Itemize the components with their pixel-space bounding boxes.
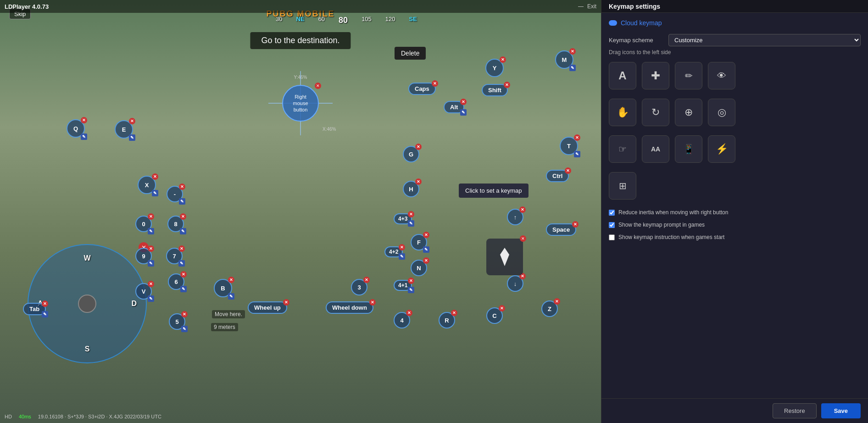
- key-3-remove[interactable]: ✕: [363, 277, 370, 283]
- key-7-edit[interactable]: ✎: [178, 260, 185, 267]
- key-x-remove[interactable]: ✕: [152, 173, 158, 180]
- key-x-edit[interactable]: ✎: [152, 190, 158, 196]
- key-b-remove[interactable]: ✕: [228, 277, 234, 283]
- key-r-remove[interactable]: ✕: [451, 310, 457, 316]
- key-4[interactable]: 4 ✕: [394, 312, 410, 328]
- key-c[interactable]: C ✕: [486, 307, 503, 324]
- key-c-remove[interactable]: ✕: [499, 305, 505, 312]
- key-minus-edit[interactable]: ✎: [179, 198, 185, 205]
- key-v[interactable]: V ✕ ✎: [135, 283, 152, 300]
- key-5-remove[interactable]: ✕: [181, 311, 188, 317]
- rotate-icon-cell[interactable]: ↻: [642, 99, 669, 126]
- key-shift-remove[interactable]: ✕: [504, 82, 510, 88]
- right-mouse-button-control[interactable]: Y:46% Rightmousebutton ✕ X:46%: [282, 85, 319, 122]
- key-t-edit[interactable]: ✎: [574, 151, 580, 157]
- key-0[interactable]: 0 ✕ ✎: [135, 216, 152, 232]
- key-wheel-down[interactable]: Wheel down ✕: [326, 301, 373, 314]
- key-9-edit[interactable]: ✎: [148, 260, 154, 267]
- key-6-remove[interactable]: ✕: [180, 271, 187, 278]
- key-q-edit[interactable]: ✎: [81, 134, 87, 140]
- screen-icon-cell[interactable]: ⊞: [609, 172, 636, 200]
- key-wheel-up[interactable]: Wheel up ✕: [248, 301, 287, 314]
- cloud-keymap-button[interactable]: Cloud keymap: [609, 19, 662, 27]
- pencil-icon-cell[interactable]: ✏: [675, 62, 702, 89]
- key-6[interactable]: 6 ✕ ✎: [168, 273, 184, 290]
- key-8[interactable]: 8 ✕ ✎: [167, 216, 184, 232]
- key-0-edit[interactable]: ✎: [148, 228, 154, 234]
- key-t[interactable]: T ✕ ✎: [560, 137, 578, 155]
- aa-icon-cell[interactable]: AA: [642, 135, 669, 163]
- key-n-remove[interactable]: ✕: [423, 257, 429, 264]
- key-wheel-up-remove[interactable]: ✕: [283, 299, 289, 306]
- key-4plus2[interactable]: 4+2 ✕ ✎: [384, 246, 403, 257]
- key-ctrl[interactable]: Ctrl ✕: [546, 170, 569, 182]
- key-alt-edit[interactable]: ✎: [460, 109, 467, 116]
- key-e[interactable]: E ✕ ✎: [115, 120, 133, 139]
- key-9-remove[interactable]: ✕: [148, 245, 154, 252]
- key-e-remove[interactable]: ✕: [129, 118, 135, 124]
- key-z-remove[interactable]: ✕: [554, 298, 560, 305]
- restore-button[interactable]: Restore: [773, 403, 817, 418]
- plus-icon-cell[interactable]: ✚: [642, 62, 669, 89]
- scope-remove[interactable]: ✕: [520, 235, 526, 242]
- key-tab-edit[interactable]: ✎: [42, 311, 48, 317]
- key-q-remove[interactable]: ✕: [81, 117, 87, 123]
- bolt-icon-cell[interactable]: ⚡: [708, 135, 735, 163]
- key-4-remove[interactable]: ✕: [406, 310, 412, 316]
- key-4plus1[interactable]: 4+1 ✕ ✎: [394, 280, 412, 291]
- key-v-edit[interactable]: ✎: [148, 295, 154, 302]
- key-alt[interactable]: Alt ✕ ✎: [444, 101, 464, 113]
- key-0-remove[interactable]: ✕: [148, 213, 154, 220]
- key-6-edit[interactable]: ✎: [180, 286, 187, 292]
- save-button[interactable]: Save: [821, 403, 861, 418]
- key-space[interactable]: Space ✕: [546, 223, 576, 236]
- key-4plus3[interactable]: 4+3 ✕ ✎: [394, 213, 412, 224]
- key-9[interactable]: 9 ✕ ✎: [135, 248, 152, 264]
- grab-icon-cell[interactable]: ☞: [609, 135, 636, 163]
- key-4plus2-edit[interactable]: ✎: [399, 253, 405, 260]
- key-b-edit[interactable]: ✎: [228, 293, 234, 300]
- show-keymap-instruction-checkbox[interactable]: [609, 234, 615, 240]
- key-5[interactable]: 5 ✕ ✎: [169, 313, 185, 330]
- key-v-remove[interactable]: ✕: [148, 281, 154, 287]
- reduce-inertia-checkbox[interactable]: [609, 210, 615, 216]
- key-7-remove[interactable]: ✕: [178, 245, 185, 252]
- key-down-arrow[interactable]: ↓ ✕: [507, 275, 523, 292]
- eye-icon-cell[interactable]: 👁: [708, 62, 735, 89]
- key-f-remove[interactable]: ✕: [423, 232, 429, 238]
- key-m-remove[interactable]: ✕: [569, 48, 576, 55]
- key-up-arrow[interactable]: ↑ ✕: [507, 209, 523, 225]
- key-m-edit[interactable]: ✎: [569, 65, 576, 71]
- key-h[interactable]: H ✕: [403, 181, 419, 197]
- key-y[interactable]: Y ✕: [485, 59, 504, 77]
- scheme-select[interactable]: Customize: [668, 34, 861, 46]
- minimize-button[interactable]: —: [578, 3, 584, 10]
- exit-button[interactable]: Exit: [587, 3, 596, 10]
- rmb-remove[interactable]: ✕: [315, 83, 321, 89]
- key-caps-remove[interactable]: ✕: [432, 80, 438, 87]
- key-g-remove[interactable]: ✕: [415, 144, 422, 150]
- key-4plus1-edit[interactable]: ✎: [408, 287, 414, 293]
- key-x[interactable]: X ✕ ✎: [138, 176, 156, 194]
- text-icon-cell[interactable]: A: [609, 62, 636, 89]
- key-4plus3-edit[interactable]: ✎: [408, 220, 414, 227]
- scope-icon-area[interactable]: ✕: [486, 239, 523, 275]
- key-8-remove[interactable]: ✕: [180, 213, 186, 220]
- key-z[interactable]: Z ✕: [541, 301, 558, 317]
- key-r[interactable]: R ✕: [439, 312, 455, 328]
- key-8-edit[interactable]: ✎: [180, 228, 186, 234]
- key-wheel-down-remove[interactable]: ✕: [369, 299, 376, 306]
- key-minus[interactable]: - ✕ ✎: [167, 186, 183, 202]
- mobile-icon-cell[interactable]: 📱: [675, 135, 702, 163]
- key-y-remove[interactable]: ✕: [500, 56, 506, 63]
- crosshair-icon-cell[interactable]: ⊕: [675, 99, 702, 126]
- key-shift[interactable]: Shift ✕: [482, 84, 508, 96]
- rmb-circle[interactable]: Rightmousebutton ✕: [282, 85, 319, 122]
- key-b[interactable]: B ✕ ✎: [214, 279, 232, 297]
- hand-icon-cell[interactable]: ✋: [609, 99, 636, 126]
- key-m[interactable]: M ✕ ✎: [555, 50, 573, 69]
- key-7[interactable]: 7 ✕ ✎: [166, 248, 183, 264]
- key-h-remove[interactable]: ✕: [415, 178, 422, 185]
- key-t-remove[interactable]: ✕: [574, 134, 580, 141]
- delete-popup[interactable]: Delete: [395, 47, 426, 60]
